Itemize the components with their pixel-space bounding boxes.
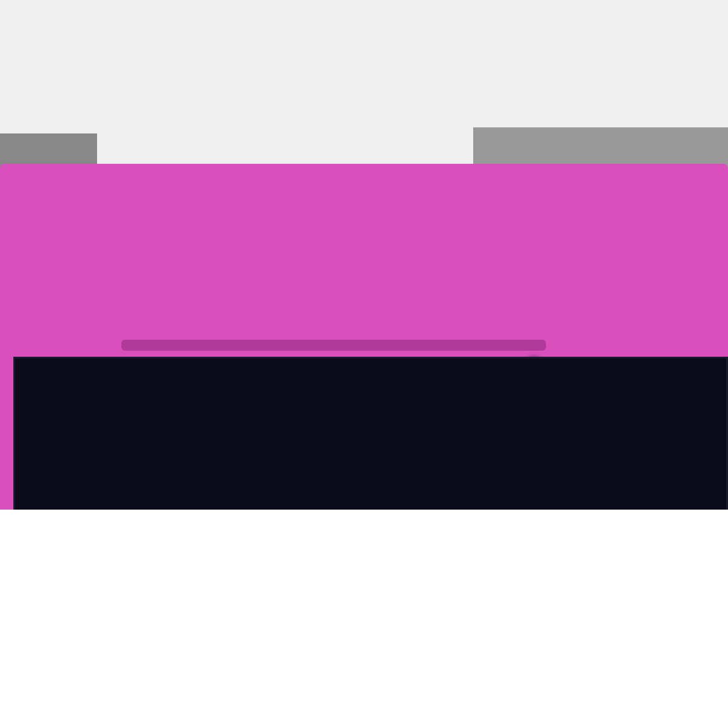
photo-container: The CMOS checksum is invalid. The CMOS w… [0, 0, 728, 728]
laptop-bezel: The CMOS checksum is invalid. The CMOS w… [0, 164, 728, 516]
bottom-background [0, 510, 728, 728]
bezel-ridge [121, 340, 546, 351]
